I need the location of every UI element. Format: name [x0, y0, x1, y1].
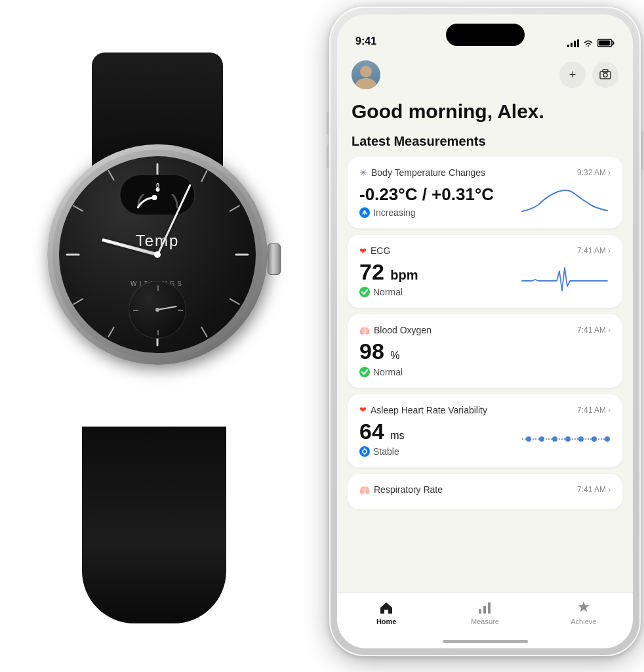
svg-rect-15 — [157, 187, 158, 190]
blood-oxygen-icon: 🫁 — [359, 326, 370, 335]
nav-achieve[interactable]: Achieve — [561, 600, 607, 625]
measurement-card-body-temp[interactable]: ✳ Body Temperature Changes 9:32 AM › -0.… — [348, 157, 622, 228]
svg-point-42 — [552, 436, 557, 442]
svg-rect-48 — [483, 606, 486, 614]
nav-home[interactable]: Home — [363, 600, 409, 625]
hand-center — [154, 251, 161, 258]
volume-up-button — [327, 112, 329, 135]
nav-home-label: Home — [376, 618, 397, 625]
hrv-value: 64 — [359, 419, 384, 444]
ecg-icon: ❤ — [359, 246, 367, 256]
blood-oxygen-value: 98 — [359, 339, 384, 364]
add-button[interactable]: + — [559, 62, 586, 88]
blood-oxygen-status-icon — [359, 367, 370, 377]
app-content: + Good morning, Alex. — [337, 52, 633, 648]
wifi-icon — [583, 39, 594, 47]
svg-line-7 — [201, 327, 207, 337]
watch-dial: Temp WITHINGS — [59, 156, 256, 353]
measurement-card-ecg[interactable]: ❤ ECG 7:41 AM › 72 — [348, 235, 622, 308]
svg-line-11 — [109, 171, 114, 180]
body-temp-title: Body Temperature Changes — [371, 167, 485, 178]
watch-crown — [268, 243, 281, 275]
nav-measure[interactable]: Measure — [462, 600, 508, 625]
body-temp-chart — [519, 182, 611, 218]
measurement-card-respiratory[interactable]: 🫁 Respiratory Rate 7:41 AM › — [348, 474, 622, 509]
hrv-status-icon — [359, 446, 370, 457]
phone-frame: 9:41 — [329, 7, 641, 656]
hrv-unit: ms — [390, 430, 404, 441]
svg-point-45 — [592, 436, 597, 442]
watch-band-bottom — [82, 427, 226, 623]
card-header-body-temp: ✳ Body Temperature Changes 9:32 AM › — [359, 167, 611, 178]
seconds-subdial — [129, 281, 186, 339]
hrv-status: Stable — [373, 446, 399, 457]
svg-rect-24 — [577, 39, 579, 47]
svg-point-33 — [359, 287, 370, 297]
svg-point-25 — [588, 45, 589, 47]
hrv-icon: ❤ — [359, 405, 367, 415]
measurement-card-hrv[interactable]: ❤ Asleep Heart Rate Variability 7:41 AM … — [348, 394, 622, 467]
watch: Temp WITHINGS — [20, 52, 302, 623]
svg-point-46 — [605, 436, 610, 442]
volume-down-button — [327, 144, 329, 168]
blood-oxygen-title: Blood Oxygen — [374, 325, 432, 335]
settings-button[interactable] — [592, 62, 618, 88]
measure-icon — [477, 600, 493, 616]
watch-case-outer: Temp WITHINGS — [47, 144, 268, 365]
blood-oxygen-chart — [519, 341, 611, 377]
svg-point-29 — [603, 74, 607, 77]
section-title: Latest Measurements — [337, 134, 633, 157]
ecg-title: ECG — [371, 245, 390, 256]
home-indicator — [443, 640, 528, 643]
svg-rect-30 — [603, 70, 608, 72]
temp-text-label: Temp — [136, 232, 180, 250]
power-button — [641, 131, 643, 171]
phone-screen: 9:41 — [337, 14, 633, 648]
subdial-center — [155, 308, 159, 312]
svg-rect-49 — [488, 602, 491, 614]
svg-line-6 — [230, 299, 239, 304]
svg-line-10 — [73, 206, 83, 211]
svg-line-9 — [73, 299, 83, 304]
ecg-status: Normal — [373, 287, 403, 297]
body-temp-time: 9:32 AM › — [577, 168, 611, 177]
bottom-nav: Home Measure — [337, 593, 633, 648]
ecg-status-icon — [359, 287, 370, 297]
app-header: + — [337, 52, 633, 94]
svg-line-4 — [201, 171, 207, 181]
svg-rect-23 — [574, 41, 576, 47]
svg-rect-22 — [571, 43, 573, 47]
hrv-title: Asleep Heart Rate Variability — [371, 405, 487, 415]
blood-oxygen-status: Normal — [373, 367, 403, 377]
ecg-value: 72 — [359, 259, 384, 284]
blood-oxygen-time: 7:41 AM › — [577, 326, 611, 335]
svg-point-16 — [151, 195, 157, 200]
body-temp-status: Increasing — [373, 207, 416, 218]
measurement-card-blood-oxygen[interactable]: 🫁 Blood Oxygen 7:41 AM › 98 — [348, 314, 622, 387]
nav-achieve-label: Achieve — [571, 618, 596, 625]
svg-point-43 — [565, 436, 571, 442]
svg-line-8 — [109, 327, 114, 337]
nav-measure-label: Measure — [471, 618, 499, 625]
measurements-list: ✳ Body Temperature Changes 9:32 AM › -0.… — [337, 157, 633, 621]
svg-rect-21 — [567, 45, 569, 47]
phone: 9:41 — [329, 7, 641, 656]
svg-point-44 — [578, 436, 584, 442]
hrv-chart — [519, 421, 611, 457]
ecg-time: 7:41 AM › — [577, 246, 611, 255]
hrv-time: 7:41 AM › — [577, 406, 611, 415]
thermometer-icon — [152, 182, 163, 192]
header-actions: + — [559, 62, 618, 88]
avatar[interactable] — [352, 60, 380, 89]
ecg-unit: bpm — [390, 268, 418, 282]
body-temp-value: -0.23°C / +0.31°C — [359, 184, 519, 205]
ecg-chart — [519, 261, 611, 297]
dynamic-island — [446, 24, 525, 46]
svg-rect-47 — [479, 609, 481, 614]
svg-line-5 — [230, 206, 239, 211]
signal-icon — [567, 39, 579, 47]
svg-rect-27 — [599, 41, 611, 46]
respiratory-title: Respiratory Rate — [374, 484, 443, 495]
respiratory-icon: 🫁 — [359, 485, 370, 495]
settings-icon — [599, 69, 611, 81]
